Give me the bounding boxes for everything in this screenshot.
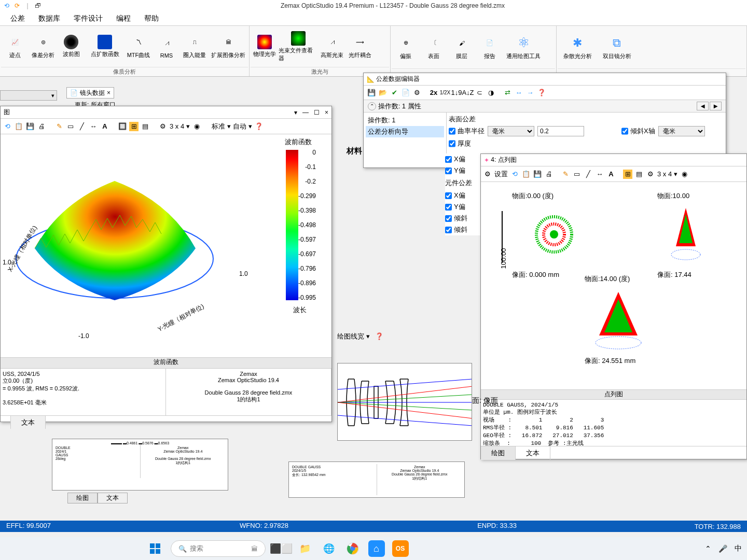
wavefront-plot[interactable]: 波前函数 0 -0.1 -0.2 -0.299 -0.398 -0.498 -0… — [1, 134, 331, 357]
copy-icon[interactable]: 📋 — [521, 170, 531, 179]
tab-text[interactable]: 文本 — [11, 416, 46, 429]
save-icon[interactable]: 💾 — [25, 122, 35, 131]
arrows-icon[interactable]: ↔ — [514, 88, 523, 97]
ribbon-fiber[interactable]: ⟿光纤耦合 — [346, 26, 374, 67]
text-icon[interactable]: A — [606, 170, 616, 179]
ribbon-encircled[interactable]: ⎍圈入能量 — [181, 26, 209, 67]
toggle-icon[interactable]: ◑ — [486, 88, 495, 97]
maximize-icon[interactable]: ☐ — [314, 109, 320, 116]
ribbon-report[interactable]: 📄报告 — [476, 26, 504, 68]
refresh-icon[interactable]: ⟲ — [3, 122, 12, 131]
arrow-icon[interactable]: ↔ — [89, 122, 98, 131]
ribbon-rms[interactable]: ⩘RMS — [153, 26, 181, 67]
chevron-down-icon[interactable]: ▾ — [248, 122, 252, 130]
ribbon-universal-plot[interactable]: ⚛通用绘图工具 — [504, 26, 543, 68]
menu-help[interactable]: 帮助 — [144, 14, 159, 23]
chevron-down-icon[interactable]: ▾ — [186, 122, 190, 130]
nav-wizard[interactable]: 公差分析向导 — [366, 126, 444, 137]
explorer-icon[interactable]: 📁 — [297, 540, 313, 557]
tab-text[interactable]: 文本 — [98, 493, 128, 503]
layers-icon[interactable]: ▤ — [634, 170, 644, 179]
auto-combo[interactable]: 自动 — [233, 122, 246, 131]
lens-data-tab[interactable]: 📄 镜头数据 × — [66, 87, 114, 99]
copy-icon[interactable]: 📋 — [14, 122, 23, 131]
menu-part-design[interactable]: 零件设计 — [74, 14, 103, 23]
edge-icon[interactable]: 🌐 — [321, 540, 337, 557]
gear2-icon[interactable]: ⚙ — [646, 170, 655, 179]
tray-ime-icon[interactable]: 中 — [735, 544, 742, 553]
taskbar-search[interactable]: 🔍 搜索 🏛 — [171, 540, 266, 557]
text-icon[interactable]: A — [100, 122, 109, 131]
ribbon-binocular[interactable]: ⧉双目镜分析 — [597, 26, 637, 68]
2x-icon[interactable]: 2x — [429, 88, 438, 97]
spot-plot-area[interactable]: 物面:0.00 (度) 物面:10.00 像面: 0.000 mm 物面:14.… — [481, 182, 746, 389]
chevron-down-icon[interactable]: ▾ — [227, 122, 231, 130]
ribbon-psf[interactable]: 点扩散函数 — [85, 26, 125, 67]
app-orange-icon[interactable]: OS — [392, 540, 409, 557]
pencil-icon[interactable]: ✎ — [54, 122, 64, 131]
doc-icon[interactable]: 📄 — [401, 88, 410, 97]
swap-icon[interactable]: ⇄ — [503, 88, 512, 97]
app-blue-icon[interactable]: ⌂ — [368, 540, 385, 557]
rect-icon[interactable]: ▭ — [66, 122, 75, 131]
ribbon-gaussian[interactable]: ⩘高斯光束 — [318, 26, 346, 67]
sort-num-icon[interactable]: 1↓9 — [452, 88, 461, 97]
sort-az-icon[interactable]: A↓Z — [463, 88, 473, 97]
minimize-icon[interactable]: — — [302, 109, 309, 116]
tolerance-title-bar[interactable]: 📐 公差数据编辑器 — [364, 73, 726, 86]
ribbon-wavefront[interactable]: 波前图 — [57, 26, 85, 67]
surface-selector[interactable]: ▾ — [0, 90, 57, 101]
wavefront-title-bar[interactable]: 图 ▾ — ☐ × — [1, 106, 331, 119]
print-icon[interactable]: 🖨 — [544, 170, 554, 179]
collapse-icon[interactable]: ⌃ — [368, 102, 376, 110]
windows-icon[interactable]: 🗗 — [34, 2, 42, 9]
ck-radius[interactable]: 曲率半径 — [449, 126, 485, 136]
next-icon[interactable]: ► — [710, 102, 722, 110]
tab-plot[interactable]: 绘图 — [67, 493, 98, 503]
refresh-icon[interactable]: ⟲ — [3, 2, 10, 9]
save-icon[interactable]: 💾 — [367, 88, 376, 97]
layers-icon[interactable]: ▤ — [141, 122, 150, 131]
target-icon[interactable]: ◉ — [680, 170, 689, 179]
pencil-icon[interactable]: ✎ — [561, 170, 570, 179]
ribbon-stray-light[interactable]: ✱杂散光分析 — [558, 26, 597, 68]
ribbon-extended-image[interactable]: 🏛扩展图像分析 — [209, 26, 248, 67]
close-icon[interactable]: × — [325, 109, 328, 116]
ribbon-polarization[interactable]: ⊕偏振 — [392, 26, 420, 68]
arrow-icon[interactable]: ↔ — [595, 170, 604, 179]
chrome-icon[interactable] — [344, 540, 361, 557]
print-icon[interactable]: 🖨 — [37, 122, 46, 131]
grid-icon[interactable]: ⊞ — [129, 122, 139, 131]
ck-tilt-x[interactable]: 倾斜X轴 — [621, 126, 655, 136]
dropdown-icon[interactable]: ▾ — [294, 109, 297, 116]
mini-preview-mid[interactable]: DOUBLE GAUSS2024/1/5全长: 132.98542 mm Zem… — [288, 461, 465, 498]
unit-select[interactable]: 毫米 — [488, 126, 534, 136]
val-input[interactable] — [537, 126, 584, 136]
tray-chevron-icon[interactable]: ⌃ — [705, 544, 711, 553]
check-icon[interactable]: ✔ — [390, 88, 399, 97]
help-icon[interactable]: ❓ — [254, 122, 264, 131]
taskview-icon[interactable]: ⬛⬜ — [273, 540, 289, 557]
grid-size[interactable]: 3 x 4 — [170, 122, 184, 130]
unit2-select[interactable]: 毫米 — [658, 126, 705, 136]
zoom-icon[interactable]: 🔲 — [118, 122, 127, 131]
gear-icon[interactable]: ⚙ — [158, 122, 168, 131]
refresh-icon[interactable]: ⟲ — [510, 170, 519, 179]
grid-icon[interactable]: ⊞ — [623, 170, 632, 179]
start-button[interactable] — [147, 540, 163, 557]
spot-title-bar[interactable]: ✦ 4: 点列图 — [481, 154, 746, 166]
ribbon-coating[interactable]: 🖌膜层 — [448, 26, 476, 68]
line-icon[interactable]: ╱ — [77, 122, 87, 131]
ribbon-mtf[interactable]: 〽MTF曲线 — [125, 26, 153, 67]
save-icon[interactable]: 💾 — [533, 170, 542, 179]
rect-icon[interactable]: ▭ — [572, 170, 582, 179]
open-icon[interactable]: 📂 — [378, 88, 388, 97]
ribbon-beam-file[interactable]: 光束文件查看器 — [279, 26, 318, 67]
half-icon[interactable]: 1/2X — [440, 88, 450, 97]
prev-icon[interactable]: ◄ — [697, 102, 709, 110]
settings-label[interactable]: 设置 — [494, 170, 508, 179]
grid-size[interactable]: 3 x 4 — [657, 170, 672, 178]
close-icon[interactable]: × — [107, 89, 110, 96]
std-combo[interactable]: 标准 — [212, 122, 225, 131]
tab-text[interactable]: 文本 — [516, 446, 550, 460]
